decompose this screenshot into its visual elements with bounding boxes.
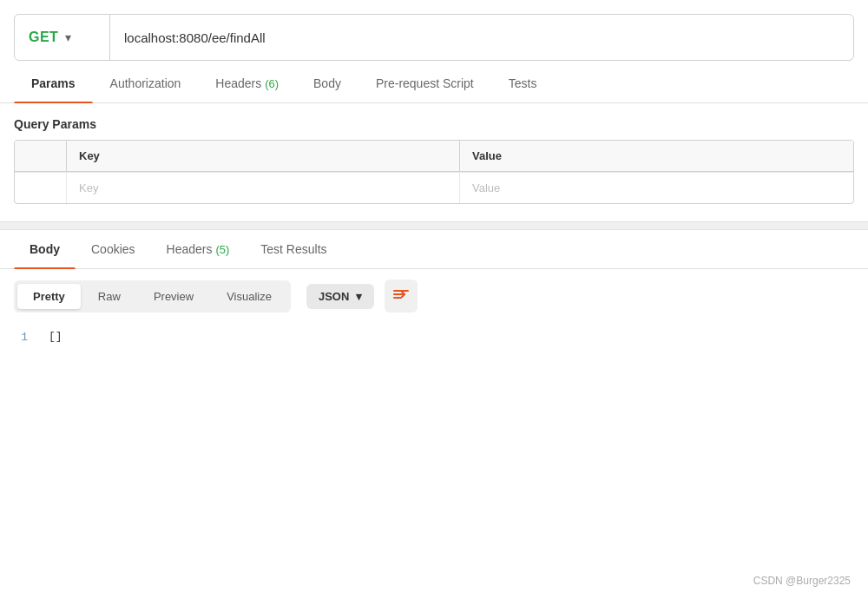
format-group: Pretty Raw Preview Visualize: [14, 280, 291, 313]
bottom-tabs: Body Cookies Headers (5) Test Results: [0, 230, 868, 269]
http-method: GET: [29, 30, 58, 45]
tab-tests[interactable]: Tests: [491, 64, 555, 102]
line-number-1: 1: [14, 330, 28, 344]
watermark: CSDN @Burger2325: [753, 575, 851, 587]
wrap-icon: [392, 287, 410, 305]
tab-prerequest[interactable]: Pre-request Script: [358, 64, 491, 102]
row-checkbox-cell: [15, 173, 67, 203]
tab-cookies[interactable]: Cookies: [76, 230, 151, 268]
table-row: Key Value: [15, 172, 853, 203]
method-selector[interactable]: GET ▾: [15, 15, 110, 60]
row-value-cell[interactable]: Value: [460, 173, 853, 203]
wrap-button[interactable]: [385, 280, 418, 313]
json-label: JSON: [319, 290, 349, 303]
table-header: Key Value: [15, 141, 853, 172]
json-chevron-icon: ▾: [356, 290, 362, 303]
row-key-cell[interactable]: Key: [67, 173, 460, 203]
url-input[interactable]: [110, 30, 853, 45]
method-chevron-icon: ▾: [65, 30, 71, 44]
code-line-1: 1 []: [14, 330, 854, 344]
tab-headers[interactable]: Headers (6): [198, 64, 296, 102]
format-raw-button[interactable]: Raw: [82, 284, 136, 309]
key-col-header: Key: [67, 141, 460, 171]
top-tabs: Params Authorization Headers (6) Body Pr…: [0, 64, 868, 103]
tab-test-results[interactable]: Test Results: [245, 230, 342, 268]
tab-response-body[interactable]: Body: [14, 230, 76, 268]
code-content-1: []: [49, 330, 62, 343]
response-headers-badge: (5): [215, 243, 229, 256]
section-divider: [0, 221, 868, 230]
tab-body[interactable]: Body: [296, 64, 358, 102]
value-col-header: Value: [460, 141, 853, 171]
tab-response-headers[interactable]: Headers (5): [151, 230, 246, 268]
query-params-title: Query Params: [0, 103, 868, 140]
params-table: Key Value Key Value: [14, 140, 854, 204]
headers-badge: (6): [265, 77, 279, 90]
code-area: 1 []: [0, 323, 868, 351]
format-pretty-button[interactable]: Pretty: [17, 284, 81, 309]
checkbox-col-header: [15, 141, 67, 171]
json-format-selector[interactable]: JSON ▾: [306, 284, 374, 309]
tab-params[interactable]: Params: [14, 64, 93, 102]
format-preview-button[interactable]: Preview: [138, 284, 209, 309]
format-visualize-button[interactable]: Visualize: [211, 284, 287, 309]
tab-authorization[interactable]: Authorization: [93, 64, 199, 102]
format-bar: Pretty Raw Preview Visualize JSON ▾: [0, 269, 868, 323]
url-bar: GET ▾: [14, 14, 854, 61]
